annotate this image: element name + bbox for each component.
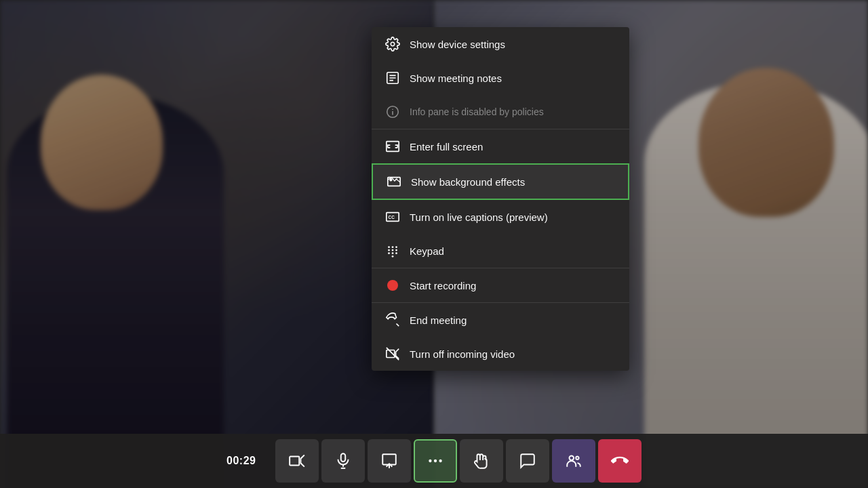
video-off-icon <box>385 346 400 361</box>
record-dot <box>387 280 398 291</box>
people-icon <box>565 452 583 470</box>
menu-item-recording[interactable]: Start recording <box>372 268 629 302</box>
more-options-button[interactable] <box>414 439 457 483</box>
menu-label-end-meeting: End meeting <box>410 314 467 326</box>
hand-icon <box>473 452 490 470</box>
notes-icon <box>385 70 400 85</box>
menu-item-full-screen[interactable]: Enter full screen <box>372 129 629 163</box>
menu-item-info-pane: Info pane is disabled by policies <box>372 95 629 129</box>
svg-rect-8 <box>387 142 399 152</box>
end-call-icon <box>611 452 629 470</box>
gear-icon <box>385 37 400 52</box>
context-menu: Show device settings Show meeting notes … <box>372 27 629 371</box>
captions-icon: CC <box>385 209 400 224</box>
menu-item-bg-effects[interactable]: Show background effects <box>372 163 629 200</box>
svg-point-18 <box>392 249 394 251</box>
chat-button[interactable] <box>506 439 549 483</box>
end-call-button[interactable] <box>598 439 642 483</box>
share-button[interactable] <box>368 439 411 483</box>
svg-point-16 <box>395 246 397 248</box>
svg-rect-27 <box>290 457 299 466</box>
svg-point-7 <box>393 109 393 110</box>
menu-item-turn-off-video[interactable]: Turn off incoming video <box>372 337 629 371</box>
record-icon <box>385 278 400 293</box>
svg-point-20 <box>388 252 390 254</box>
svg-point-19 <box>395 249 397 251</box>
menu-label-recording: Start recording <box>410 280 476 291</box>
raise-hand-button[interactable] <box>460 439 503 483</box>
svg-rect-28 <box>341 453 346 462</box>
svg-line-24 <box>397 324 399 327</box>
svg-point-17 <box>388 249 390 251</box>
menu-label-live-captions: Turn on live captions (preview) <box>410 211 548 223</box>
fullscreen-icon <box>385 139 400 154</box>
svg-point-34 <box>434 460 437 462</box>
menu-item-live-captions[interactable]: CC Turn on live captions (preview) <box>372 200 629 234</box>
svg-point-33 <box>429 460 431 462</box>
menu-label-meeting-notes: Show meeting notes <box>410 73 502 84</box>
svg-point-36 <box>570 455 574 460</box>
menu-item-meeting-notes[interactable]: Show meeting notes <box>372 61 629 95</box>
menu-item-end-meeting[interactable]: End meeting <box>372 303 629 337</box>
video-button[interactable] <box>275 439 319 483</box>
menu-label-info-pane: Info pane is disabled by policies <box>410 106 544 117</box>
toolbar: 00:29 <box>0 434 868 488</box>
svg-point-15 <box>392 246 394 248</box>
mic-icon <box>334 452 352 470</box>
svg-point-35 <box>439 460 441 462</box>
svg-point-21 <box>392 252 394 254</box>
svg-point-10 <box>390 179 392 181</box>
effects-icon <box>387 174 401 189</box>
menu-label-keypad: Keypad <box>410 245 444 257</box>
menu-item-keypad[interactable]: Keypad <box>372 234 629 268</box>
menu-label-device-settings: Show device settings <box>410 39 505 50</box>
svg-text:CC: CC <box>389 215 395 220</box>
svg-point-14 <box>388 246 390 248</box>
menu-label-bg-effects: Show background effects <box>411 176 525 188</box>
share-icon <box>380 452 398 470</box>
mic-button[interactable] <box>321 439 365 483</box>
svg-line-26 <box>387 348 399 360</box>
end-meeting-icon <box>385 312 400 327</box>
menu-label-turn-off-video: Turn off incoming video <box>410 348 515 360</box>
menu-label-full-screen: Enter full screen <box>410 141 483 152</box>
menu-item-device-settings[interactable]: Show device settings <box>372 27 629 61</box>
call-timer: 00:29 <box>226 455 267 467</box>
people-button[interactable] <box>552 439 595 483</box>
keypad-icon <box>385 243 400 258</box>
svg-point-22 <box>395 252 397 254</box>
svg-point-37 <box>576 457 578 460</box>
chat-icon <box>519 452 536 470</box>
info-icon <box>385 104 400 119</box>
more-icon <box>427 452 444 470</box>
video-icon <box>288 452 306 470</box>
svg-point-23 <box>392 256 394 258</box>
svg-point-0 <box>391 42 395 46</box>
